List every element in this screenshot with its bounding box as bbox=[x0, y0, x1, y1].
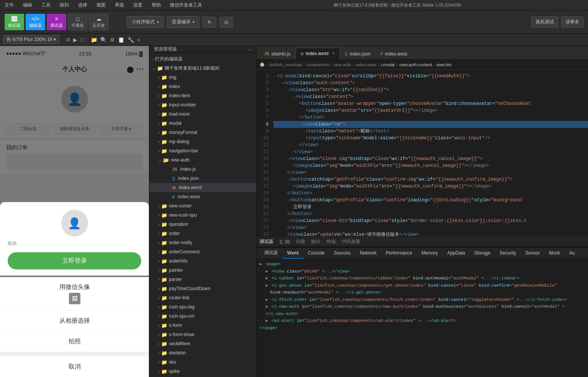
folder-open-icon[interactable]: 📁 bbox=[91, 37, 97, 43]
clipboard-icon[interactable]: 📋 bbox=[118, 37, 124, 43]
tab-siteinfo[interactable]: JS siteinfo.js bbox=[260, 48, 296, 59]
folder-mp-dialog[interactable]: › 📁 mp-dialog bbox=[149, 137, 256, 146]
devtab-console[interactable]: Console bbox=[303, 248, 329, 259]
simulator-button[interactable]: ⬜ 模拟器 bbox=[5, 14, 24, 30]
cancel-item[interactable]: 取消 bbox=[0, 357, 149, 377]
settings-icon[interactable]: ⚙ bbox=[110, 37, 115, 43]
menu-view[interactable]: 视图 bbox=[95, 1, 107, 9]
folder-nav-bar[interactable]: › 📁 navigation-bar bbox=[149, 146, 256, 155]
folder-new-rush-spu[interactable]: › 📁 new-rush-spu bbox=[149, 211, 256, 220]
folder-order-comment[interactable]: › 📁 orderComment bbox=[149, 247, 256, 256]
devtab-debugger[interactable]: 调试器 bbox=[260, 248, 283, 259]
devtab-mock[interactable]: Mock bbox=[544, 248, 565, 259]
folder-seckill-item[interactable]: › 📁 seckillItem bbox=[149, 339, 256, 348]
menu-interface[interactable]: 界面 bbox=[113, 1, 126, 9]
realtest-button[interactable]: 真机调试 bbox=[531, 16, 558, 28]
folder-money-format[interactable]: › 📁 moneyFormat bbox=[149, 128, 256, 137]
folder-operation[interactable]: › 📁 operation bbox=[149, 220, 256, 229]
status-debugger[interactable]: 调试器 bbox=[260, 238, 273, 245]
devtab-au[interactable]: Au bbox=[565, 248, 580, 259]
status-terminal[interactable]: 终端 bbox=[327, 238, 336, 245]
status-issues[interactable]: 问题 bbox=[296, 238, 305, 245]
login-button[interactable]: 立即登录 bbox=[8, 252, 141, 269]
devtab-appdata[interactable]: AppData bbox=[443, 248, 470, 259]
root-folder-item[interactable]: ⌄ 📁 獅子鱼终复前端11.8新规则 bbox=[149, 64, 256, 73]
folder-spike[interactable]: › 📁 spike bbox=[149, 367, 256, 376]
menu-edit[interactable]: 编辑 bbox=[21, 1, 34, 9]
tool-icon[interactable]: 🔧 bbox=[127, 37, 134, 43]
menu-settings[interactable]: 设置 bbox=[132, 1, 144, 9]
folder-rush-spu-col[interactable]: › 📁 rush-spu-col bbox=[149, 312, 256, 321]
debugger-button[interactable]: ≡ 调试器 bbox=[47, 14, 66, 30]
folder-img[interactable]: › 📁 img bbox=[149, 73, 256, 82]
menu-select[interactable]: 选择 bbox=[77, 1, 89, 9]
folder-input-number[interactable]: › 📁 input-number bbox=[149, 100, 256, 109]
refresh-icon[interactable]: ↺ bbox=[65, 37, 70, 43]
folder-order-notify[interactable]: › 📁 order-notify bbox=[149, 238, 256, 247]
file-index-wxml[interactable]: ⊞ index.wxml bbox=[149, 183, 256, 192]
tab-close-icon[interactable]: × bbox=[332, 51, 335, 56]
explorer-more-icon[interactable]: ··· bbox=[248, 47, 252, 52]
search-icon[interactable]: 🔍 bbox=[100, 37, 107, 43]
devtab-network[interactable]: Network bbox=[355, 248, 381, 259]
folder-s-form[interactable]: › 📁 s-form bbox=[149, 321, 256, 330]
wave-icon[interactable]: ≈ bbox=[137, 37, 140, 43]
folder-modal[interactable]: › 📁 modal bbox=[149, 119, 256, 128]
folder-sku[interactable]: › 📁 sku bbox=[149, 357, 256, 367]
folder-load-more[interactable]: › 📁 load-more bbox=[149, 109, 256, 119]
file-index-js[interactable]: JS index.js bbox=[149, 165, 256, 174]
visualize-button[interactable]: ◻ 可视化 bbox=[68, 14, 87, 30]
menu-file[interactable]: 文件 bbox=[3, 1, 15, 9]
main-toolbar: ⬜ 模拟器 </> 编辑器 ≡ 调试器 ◻ 可视化 ☁ 云开发 小程序模式 ▾ … bbox=[0, 11, 588, 34]
preview-icon-button[interactable]: ◎ bbox=[219, 17, 233, 28]
use-wechat-avatar-item[interactable]: 用微信头像 🖼 bbox=[0, 277, 149, 311]
status-code-quality[interactable]: 代码质量 bbox=[342, 238, 360, 245]
devtab-sources[interactable]: Sources bbox=[329, 248, 355, 259]
tab-indexjson[interactable]: {} index.json bbox=[340, 48, 376, 59]
mode-dropdown[interactable]: 小程序模式 ▾ bbox=[127, 16, 164, 28]
folder-new-auth[interactable]: ⌄ 📂 new-auth bbox=[149, 155, 256, 165]
folder-s-form-show[interactable]: › 📁 s-form-show bbox=[149, 330, 256, 339]
devtab-performance[interactable]: Performance bbox=[381, 248, 417, 259]
play-icon[interactable]: ▶ bbox=[73, 37, 77, 43]
folder-new-comer[interactable]: › 📁 new-comer bbox=[149, 201, 256, 211]
modal-avatar[interactable]: 👤 bbox=[61, 210, 88, 237]
folder-parser[interactable]: › 📁 parser bbox=[149, 275, 256, 284]
devtab-security[interactable]: Security bbox=[495, 248, 521, 259]
clean-button[interactable]: 清事务 bbox=[561, 16, 583, 28]
devtab-sensor[interactable]: Sensor bbox=[521, 248, 544, 259]
file-index-json[interactable]: {} index.json bbox=[149, 174, 256, 183]
tab-indexwxss[interactable]: # index.wxss bbox=[376, 48, 412, 59]
file-index-wxss[interactable]: # index.wxss bbox=[149, 192, 256, 201]
menu-goto[interactable]: 跳到 bbox=[58, 1, 70, 9]
refresh-button[interactable]: ↻ bbox=[203, 17, 216, 28]
devtab-wxml[interactable]: Wxml bbox=[283, 248, 303, 259]
devtab-memory[interactable]: Memory bbox=[417, 248, 443, 259]
folder-order-info[interactable]: › 📁 orderInfo bbox=[149, 256, 256, 266]
menu-wechat-tools[interactable]: 微信开发者工具 bbox=[168, 1, 204, 9]
folder-skeleton[interactable]: › 📁 skeleton bbox=[149, 348, 256, 357]
hotspot-dropdown[interactable]: 热 6/7/8 Plus 100% 16 ▾ bbox=[3, 35, 59, 44]
folder-router-link[interactable]: › 📁 router-link bbox=[149, 293, 256, 302]
folder-newauth-label: new-auth bbox=[171, 157, 189, 163]
take-photo-item[interactable]: 拍照 bbox=[0, 331, 149, 352]
editor-button[interactable]: </> 编辑器 bbox=[26, 14, 45, 30]
code-content[interactable]: ⌄ <i-modal bind:cancel="close" scrollUp=… bbox=[272, 70, 588, 237]
stop-icon[interactable]: □ bbox=[80, 37, 83, 43]
open-editors-item[interactable]: › 打开的编辑器 bbox=[149, 54, 256, 64]
folder-painter[interactable]: › 📁 painter bbox=[149, 266, 256, 275]
choose-album-item[interactable]: 从相册选择 bbox=[0, 311, 149, 331]
folder-rush-spu-big[interactable]: › 📁 rush-spu-big bbox=[149, 302, 256, 312]
folder-rushcol-icon: 📁 bbox=[161, 313, 167, 319]
folder-index[interactable]: › 📁 index bbox=[149, 82, 256, 91]
folder-index-item[interactable]: › 📁 index-item bbox=[149, 91, 256, 100]
folder-pay-countdown[interactable]: › 📁 payTimeCountDown bbox=[149, 284, 256, 293]
folder-order[interactable]: › 📁 order bbox=[149, 229, 256, 238]
cloud-button[interactable]: ☁ 云开发 bbox=[89, 14, 108, 30]
status-output[interactable]: 输出 bbox=[311, 238, 320, 245]
tab-indexwxml[interactable]: ⊞ index.wxml × bbox=[296, 48, 340, 59]
menu-help[interactable]: 帮助 bbox=[150, 1, 162, 9]
devtab-storage[interactable]: Storage bbox=[470, 248, 495, 259]
menu-tools[interactable]: 工具 bbox=[40, 1, 52, 9]
compile-mode-dropdown[interactable]: 普通编译 ▾ bbox=[167, 16, 199, 28]
